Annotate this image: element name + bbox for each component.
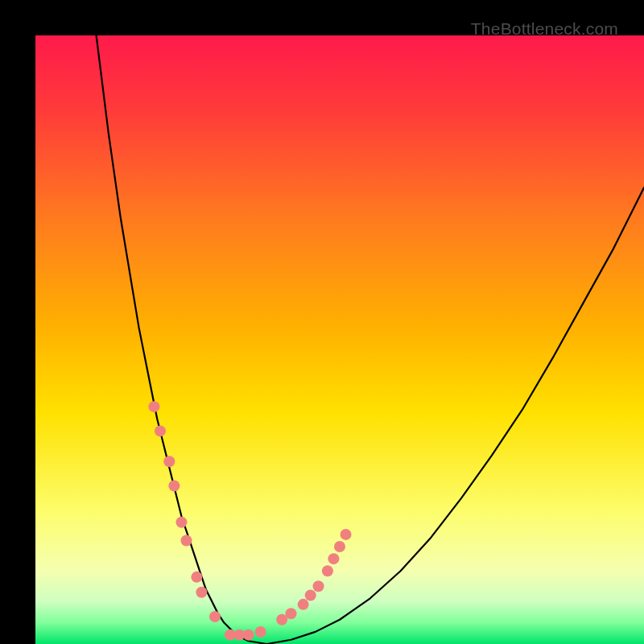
gradient-background (35, 35, 644, 644)
curve-marker (305, 590, 316, 601)
chart-frame: TheBottleneck.com (0, 0, 644, 644)
curve-marker (191, 572, 202, 583)
watermark-text: TheBottleneck.com (471, 19, 618, 39)
curve-marker (286, 608, 297, 619)
curve-marker (209, 611, 221, 622)
curve-marker (155, 425, 166, 436)
curve-marker (334, 541, 345, 552)
curve-marker (255, 626, 266, 638)
curve-marker (163, 456, 175, 467)
curve-marker (175, 517, 187, 528)
curve-marker (313, 580, 324, 592)
curve-marker (243, 630, 254, 641)
curve-marker (196, 587, 207, 598)
curve-marker (341, 529, 352, 540)
curve-marker (322, 565, 333, 576)
curve-marker (180, 535, 192, 546)
curve-marker (148, 401, 159, 412)
curve-marker (298, 599, 309, 610)
curve-marker (168, 480, 180, 491)
curve-marker (328, 553, 339, 564)
chart-plot (35, 35, 644, 644)
